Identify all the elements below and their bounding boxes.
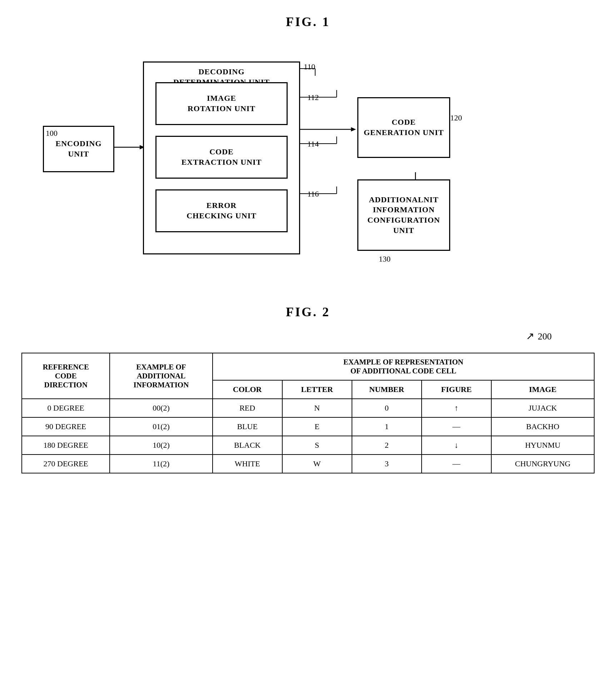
cell-direction: 180 DEGREE [22, 436, 110, 455]
cell-image: JUJACK [491, 399, 594, 417]
ref-114: 114 [307, 139, 319, 149]
cell-figure: ↑ [422, 399, 491, 417]
cell-direction: 270 DEGREE [22, 455, 110, 473]
table-row: 0 DEGREE00(2)REDN0↑JUJACK [22, 399, 594, 417]
ref-130: 130 [379, 254, 391, 264]
image-rotation-unit-box: IMAGEROTATION UNIT [155, 82, 288, 125]
cell-info: 00(2) [110, 399, 212, 417]
cell-figure: — [422, 455, 491, 473]
cell-figure: — [422, 417, 491, 436]
cell-number: 2 [352, 436, 422, 455]
cell-info: 01(2) [110, 417, 212, 436]
code-generation-unit-box: CODEGENERATION UNIT [357, 97, 450, 158]
cell-direction: 0 DEGREE [22, 399, 110, 417]
cell-image: BACKHO [491, 417, 594, 436]
cell-number: 0 [352, 399, 422, 417]
cell-number: 1 [352, 417, 422, 436]
col-header-info: EXAMPLE OFADDITIONALINFORMATION [110, 353, 212, 399]
sub-header-letter: LETTER [282, 380, 352, 399]
table-row: 90 DEGREE01(2)BLUEE1—BACKHO [22, 417, 594, 436]
ref-116: 116 [307, 189, 319, 199]
table-row: 180 DEGREE10(2)BLACKS2↓HYUNMU [22, 436, 594, 455]
fig1-diagram: ENCODINGUNIT 100 DECODINGDETERMINATION U… [21, 40, 595, 283]
sub-header-number: NUMBER [352, 380, 422, 399]
sub-header-image: IMAGE [491, 380, 594, 399]
col-header-representation: EXAMPLE OF REPRESENTATIONOF ADDITIONAL C… [213, 353, 594, 380]
cell-figure: ↓ [422, 436, 491, 455]
code-generation-unit-label: CODEGENERATION UNIT [364, 117, 444, 138]
ref-100: 100 [46, 129, 58, 138]
additional-info-unit-box: ADDITIONALNITINFORMATIONCONFIGURATIONUNI… [357, 179, 450, 251]
code-extraction-unit-label: CODEEXTRACTION UNIT [182, 147, 262, 167]
cell-number: 3 [352, 455, 422, 473]
cell-letter: E [282, 417, 352, 436]
sub-header-figure: FIGURE [422, 380, 491, 399]
fig1-title: FIG. 1 [21, 14, 595, 29]
cell-letter: S [282, 436, 352, 455]
svg-marker-3 [351, 127, 356, 131]
fig2-table: REFERENCECODEDIRECTION EXAMPLE OFADDITIO… [21, 353, 595, 473]
ref-120: 120 [450, 113, 462, 123]
cell-letter: W [282, 455, 352, 473]
cell-color: BLUE [213, 417, 282, 436]
cell-image: CHUNGRYUNG [491, 455, 594, 473]
fig2-section: FIG. 2 ↗ 200 REFERENCECODEDIRECTION EXAM… [21, 304, 595, 473]
cell-info: 10(2) [110, 436, 212, 455]
col-header-direction: REFERENCECODEDIRECTION [22, 353, 110, 399]
error-checking-unit-label: ERRORCHECKING UNIT [187, 200, 257, 221]
cell-color: RED [213, 399, 282, 417]
code-extraction-unit-box: CODEEXTRACTION UNIT [155, 136, 288, 179]
cell-image: HYUNMU [491, 436, 594, 455]
ref-110: 110 [304, 62, 315, 71]
encoding-unit-label: ENCODINGUNIT [55, 139, 101, 159]
fig2-title: FIG. 2 [21, 304, 595, 319]
fig2-ref-container: ↗ 200 [21, 330, 595, 342]
cell-color: WHITE [213, 455, 282, 473]
ref-200: 200 [538, 331, 552, 342]
image-rotation-unit-label: IMAGEROTATION UNIT [188, 93, 255, 114]
fig2-arrow-icon: ↗ [526, 331, 534, 342]
additional-info-unit-label: ADDITIONALNITINFORMATIONCONFIGURATIONUNI… [367, 195, 440, 235]
cell-color: BLACK [213, 436, 282, 455]
cell-letter: N [282, 399, 352, 417]
ref-112: 112 [307, 93, 319, 102]
fig1-section: FIG. 1 [21, 14, 595, 283]
error-checking-unit-box: ERRORCHECKING UNIT [155, 189, 288, 232]
cell-direction: 90 DEGREE [22, 417, 110, 436]
cell-info: 11(2) [110, 455, 212, 473]
table-row: 270 DEGREE11(2)WHITEW3—CHUNGRYUNG [22, 455, 594, 473]
sub-header-color: COLOR [213, 380, 282, 399]
